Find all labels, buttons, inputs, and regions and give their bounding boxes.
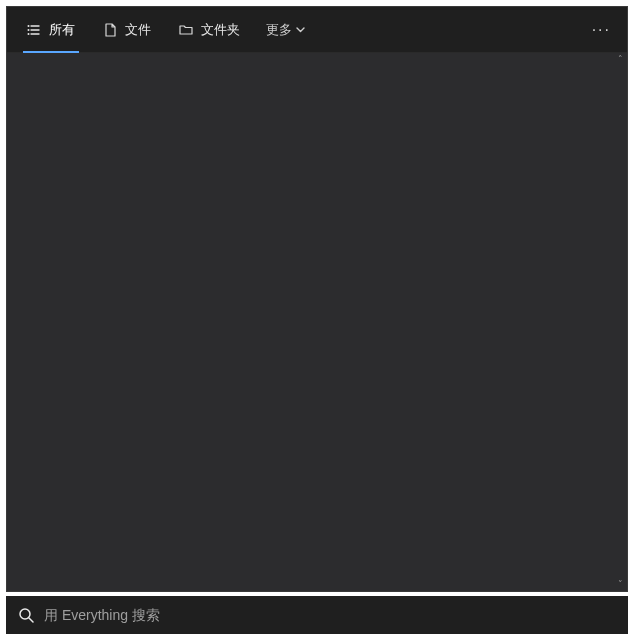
scroll-up-icon[interactable]: ˄ (618, 55, 623, 64)
more-label: 更多 (266, 21, 292, 39)
tab-label: 文件夹 (201, 21, 240, 39)
app-frame: 所有 文件 文件夹 更多 (0, 0, 640, 640)
vertical-scrollbar[interactable]: ˄ ˅ (613, 53, 627, 591)
tab-folder[interactable]: 文件夹 (167, 7, 252, 53)
chevron-down-icon (296, 27, 305, 33)
ellipsis-icon: ··· (592, 21, 611, 38)
tab-label: 文件 (125, 21, 151, 39)
tab-label: 所有 (49, 21, 75, 39)
tab-all[interactable]: 所有 (15, 7, 87, 53)
tab-more[interactable]: 更多 (256, 7, 315, 53)
search-icon (18, 607, 34, 623)
tab-file[interactable]: 文件 (91, 7, 163, 53)
results-area (7, 53, 613, 591)
overflow-menu-button[interactable]: ··· (584, 21, 619, 39)
search-input[interactable] (44, 607, 616, 623)
svg-line-7 (29, 618, 33, 622)
search-bar (6, 596, 628, 634)
svg-point-4 (28, 29, 30, 31)
list-icon (27, 23, 41, 37)
tab-bar: 所有 文件 文件夹 更多 (7, 7, 627, 53)
svg-point-5 (28, 33, 30, 35)
content-wrap: ˄ ˅ (7, 53, 627, 591)
folder-icon (179, 23, 193, 37)
window: 所有 文件 文件夹 更多 (6, 6, 628, 592)
file-icon (103, 23, 117, 37)
scroll-down-icon[interactable]: ˅ (618, 580, 623, 589)
svg-point-3 (28, 25, 30, 27)
